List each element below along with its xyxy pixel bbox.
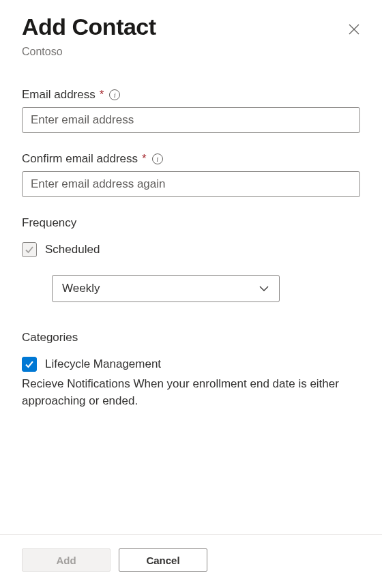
- scheduled-checkbox[interactable]: [22, 242, 37, 257]
- frequency-select-wrap: Weekly: [52, 275, 360, 302]
- confirm-email-input[interactable]: [22, 171, 360, 197]
- frequency-label: Frequency: [22, 216, 360, 230]
- required-indicator: *: [100, 88, 104, 102]
- frequency-select[interactable]: Weekly: [52, 275, 280, 302]
- chevron-down-icon: [259, 283, 269, 294]
- scheduled-label: Scheduled: [45, 243, 100, 256]
- info-icon[interactable]: i: [152, 153, 163, 164]
- lifecycle-description: Recieve Notifications When your enrollme…: [22, 376, 360, 409]
- scheduled-checkbox-row: Scheduled: [22, 242, 360, 257]
- email-field-group: Email address * i: [22, 88, 360, 133]
- close-button[interactable]: [342, 18, 366, 43]
- frequency-select-value: Weekly: [62, 282, 100, 295]
- email-input[interactable]: [22, 107, 360, 133]
- email-label: Email address: [22, 88, 96, 102]
- frequency-section: Frequency Scheduled Weekly: [22, 216, 360, 323]
- checkmark-icon: [25, 245, 34, 254]
- page-title: Add Contact: [22, 14, 156, 40]
- confirm-email-field-group: Confirm email address * i: [22, 152, 360, 197]
- email-label-row: Email address * i: [22, 88, 360, 102]
- lifecycle-checkbox[interactable]: [22, 357, 37, 372]
- panel-footer: Add Cancel: [0, 534, 382, 588]
- category-row: Lifecycle Management: [22, 357, 360, 372]
- add-button[interactable]: Add: [22, 548, 111, 572]
- info-icon[interactable]: i: [109, 89, 120, 100]
- add-contact-panel: Add Contact Contoso Email address * i Co…: [0, 0, 382, 588]
- lifecycle-label: Lifecycle Management: [45, 357, 161, 371]
- checkmark-icon: [25, 359, 34, 369]
- confirm-email-label: Confirm email address: [22, 152, 138, 166]
- page-subtitle: Contoso: [22, 46, 360, 58]
- panel-header: Add Contact: [22, 14, 360, 43]
- close-icon: [348, 23, 360, 35]
- cancel-button[interactable]: Cancel: [119, 548, 207, 572]
- required-indicator: *: [142, 152, 147, 166]
- confirm-email-label-row: Confirm email address * i: [22, 152, 360, 166]
- categories-section: Categories Lifecycle Management Recieve …: [22, 331, 360, 409]
- categories-label: Categories: [22, 331, 360, 344]
